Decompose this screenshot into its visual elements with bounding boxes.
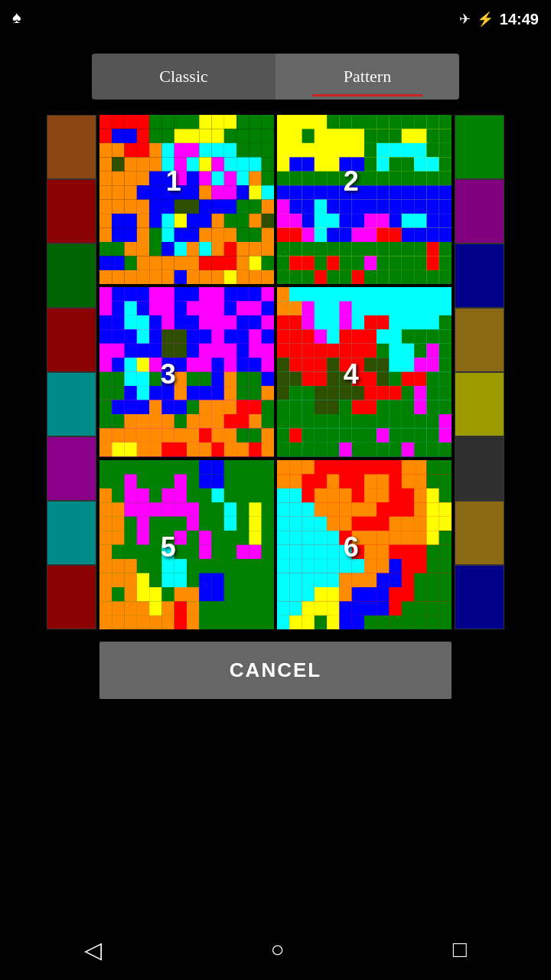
svg-rect-874 <box>289 488 302 502</box>
svg-rect-854 <box>390 460 402 474</box>
side-color-r2[interactable] <box>455 179 504 243</box>
svg-rect-271 <box>327 214 339 227</box>
svg-rect-860 <box>289 474 302 488</box>
nav-back-icon[interactable]: ◁ <box>84 936 102 963</box>
svg-rect-927 <box>426 531 439 544</box>
svg-rect-338 <box>99 287 112 301</box>
nav-home-icon[interactable]: ○ <box>270 936 284 962</box>
svg-rect-929 <box>277 544 289 558</box>
svg-rect-350 <box>249 287 261 301</box>
svg-rect-169 <box>277 115 289 129</box>
svg-rect-380 <box>99 330 112 344</box>
svg-rect-575 <box>426 344 439 358</box>
svg-rect-422 <box>99 372 112 386</box>
side-color-r3[interactable] <box>455 243 504 308</box>
svg-rect-482 <box>149 429 161 443</box>
svg-rect-218 <box>364 157 377 171</box>
side-color-3[interactable] <box>47 243 96 308</box>
svg-rect-471 <box>187 414 199 428</box>
svg-rect-740 <box>199 516 211 530</box>
svg-rect-362 <box>224 302 236 315</box>
side-color-2[interactable] <box>47 179 96 243</box>
svg-rect-859 <box>277 474 289 488</box>
svg-rect-798 <box>224 573 236 586</box>
svg-rect-510 <box>315 287 327 301</box>
svg-rect-26 <box>249 129 261 142</box>
svg-rect-723 <box>161 502 174 516</box>
svg-rect-228 <box>315 172 327 185</box>
pattern-6[interactable]: 6 <box>277 460 452 629</box>
svg-rect-296 <box>289 242 302 256</box>
svg-rect-153 <box>262 256 274 270</box>
tab-pattern[interactable]: Pattern <box>276 54 459 100</box>
side-color-4[interactable] <box>47 308 96 372</box>
svg-rect-14 <box>99 129 112 142</box>
svg-rect-172 <box>315 115 327 129</box>
svg-rect-614 <box>390 386 402 400</box>
svg-rect-101 <box>137 214 149 227</box>
svg-rect-28 <box>99 143 112 157</box>
nav-bar: ◁ ○ □ <box>0 919 551 980</box>
svg-rect-561 <box>426 330 439 344</box>
side-color-7[interactable] <box>47 501 96 565</box>
tab-classic[interactable]: Classic <box>92 54 276 100</box>
svg-rect-659 <box>426 429 439 443</box>
svg-rect-800 <box>249 573 261 586</box>
svg-rect-181 <box>426 115 439 129</box>
svg-rect-985 <box>277 601 289 615</box>
svg-rect-559 <box>402 330 414 344</box>
side-color-1[interactable] <box>47 115 96 179</box>
side-color-r7[interactable] <box>455 501 504 565</box>
side-color-r6[interactable] <box>455 436 504 501</box>
svg-rect-761 <box>112 544 124 558</box>
svg-rect-370 <box>149 315 161 329</box>
svg-rect-731 <box>262 502 274 516</box>
svg-rect-284 <box>315 228 327 242</box>
svg-rect-827 <box>236 601 249 615</box>
svg-rect-309 <box>277 256 289 270</box>
pattern-2[interactable]: 2 <box>277 115 452 284</box>
cancel-button[interactable]: CANCEL <box>99 642 452 699</box>
side-color-r8[interactable] <box>455 565 504 629</box>
svg-rect-693 <box>137 474 149 488</box>
svg-rect-1002 <box>315 616 327 629</box>
svg-rect-556 <box>364 330 377 344</box>
svg-rect-134 <box>199 242 211 256</box>
svg-rect-680 <box>149 460 161 474</box>
svg-rect-184 <box>289 129 302 142</box>
svg-rect-961 <box>327 573 339 586</box>
svg-rect-795 <box>187 573 199 586</box>
svg-rect-277 <box>402 214 414 227</box>
svg-rect-372 <box>174 315 187 329</box>
pattern-4[interactable]: 4 <box>277 287 452 456</box>
side-color-5[interactable] <box>47 372 96 436</box>
side-color-6[interactable] <box>47 436 96 501</box>
svg-rect-90 <box>174 200 187 214</box>
svg-rect-514 <box>364 287 377 301</box>
svg-rect-314 <box>339 256 351 270</box>
svg-rect-895 <box>377 502 389 516</box>
pattern-1[interactable]: 1 <box>99 115 274 284</box>
svg-rect-707 <box>137 488 149 502</box>
svg-rect-869 <box>402 474 414 488</box>
svg-rect-356 <box>149 302 161 315</box>
svg-rect-955 <box>426 559 439 573</box>
svg-rect-421 <box>262 358 274 372</box>
side-color-r4[interactable] <box>455 308 504 372</box>
svg-rect-298 <box>315 242 327 256</box>
pattern-3[interactable]: 3 <box>99 287 274 456</box>
svg-rect-669 <box>377 443 389 456</box>
pattern-5[interactable]: 5 <box>99 460 274 629</box>
side-color-r1[interactable] <box>455 115 504 179</box>
svg-rect-702 <box>249 474 261 488</box>
svg-rect-492 <box>99 443 112 456</box>
svg-rect-694 <box>149 474 161 488</box>
side-color-r5[interactable] <box>455 372 504 436</box>
side-color-8[interactable] <box>47 565 96 629</box>
nav-recents-icon[interactable]: □ <box>453 936 467 962</box>
svg-rect-15 <box>112 129 124 142</box>
svg-rect-683 <box>187 460 199 474</box>
svg-rect-354 <box>125 302 137 315</box>
svg-rect-991 <box>352 601 364 615</box>
svg-rect-940 <box>414 544 426 558</box>
